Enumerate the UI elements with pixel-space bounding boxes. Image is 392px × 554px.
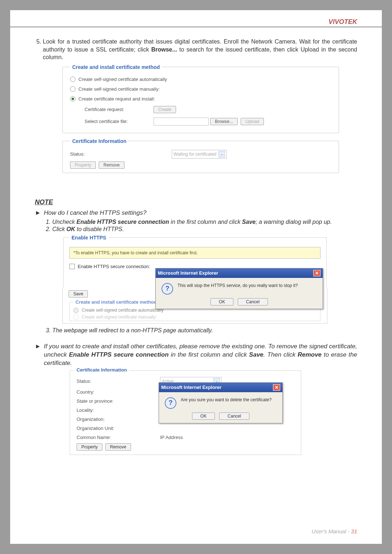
ci-country-label: Country:: [77, 389, 160, 395]
radio-icon[interactable]: [70, 96, 75, 102]
remove-button[interactable]: Remove: [99, 161, 124, 169]
ci-legend: Certificate Information: [74, 367, 129, 373]
q1-step3: The webpage will redirect to a non-HTTPS…: [52, 327, 357, 334]
ci-state-label: State or province:: [77, 398, 160, 404]
radio-icon[interactable]: [70, 86, 75, 92]
radio-request-label: Create certificate request and install:: [78, 96, 155, 102]
status-select[interactable]: Waiting for certificated ⌄: [172, 150, 227, 159]
status-label: Status:: [70, 151, 172, 157]
page-number: 31: [351, 528, 357, 534]
fs2-legend: Certificate Information: [70, 138, 128, 144]
close-icon[interactable]: ✕: [273, 384, 280, 391]
q1-step2: Click OK to disable HTTPS.: [52, 226, 357, 233]
question-1: How do I cancel the HTTPS settings?: [44, 209, 147, 217]
remove-button[interactable]: Remove: [105, 443, 131, 451]
notice-box: *To enable HTTPS, you have to create and…: [69, 247, 320, 259]
close-icon[interactable]: ✕: [313, 270, 320, 276]
enable-https-legend: Enable HTTPS: [69, 235, 109, 241]
fs1-legend: Create and install certificate method: [70, 64, 162, 70]
file-input[interactable]: [154, 118, 209, 126]
enable-https-checkbox[interactable]: [69, 264, 75, 269]
q1-step1: Uncheck Enable HTTPS secure connection i…: [52, 219, 357, 225]
brand-header: VIVOTEK: [10, 10, 382, 26]
stop-https-dialog: Microsoft Internet Explorer ✕ ? This wil…: [155, 268, 323, 309]
ci-cn-value: IP Address: [160, 435, 183, 440]
create-button[interactable]: Create: [154, 106, 176, 113]
radio-icon: [73, 308, 79, 313]
page-footer: User's Manual - 31: [312, 528, 357, 534]
dialog-title: Microsoft Internet Explorer: [161, 385, 221, 390]
property-button[interactable]: Property: [77, 443, 102, 451]
cancel-button[interactable]: Cancel: [219, 413, 249, 420]
delete-cert-dialog: Microsoft Internet Explorer ✕ ? Are you …: [159, 382, 283, 423]
question-icon: ?: [162, 283, 173, 295]
question-icon: ?: [165, 397, 176, 409]
sc-opt1: Create self-signed certificate automatic…: [82, 308, 163, 313]
chevron-down-icon[interactable]: ⌄: [219, 151, 225, 157]
browse-button[interactable]: Browse...: [210, 118, 238, 125]
radio-icon[interactable]: [70, 77, 75, 82]
ci-locality-label: Locality:: [77, 407, 160, 413]
note-heading: NOTE: [35, 198, 357, 206]
dialog-message: Are you sure you want to delete the cert…: [181, 397, 271, 402]
radio-auto[interactable]: Create self-signed certificate automatic…: [70, 74, 331, 84]
browse-ref: Browse...: [151, 46, 177, 53]
upload-button[interactable]: Upload: [241, 118, 264, 125]
radio-manual[interactable]: Create self-signed certificate manually:: [70, 84, 331, 94]
cert-request-label: Certificate request:: [85, 107, 154, 112]
step-5: Look for a trusted certificate authority…: [43, 38, 357, 61]
ok-button[interactable]: OK: [211, 298, 233, 305]
radio-request[interactable]: Create certificate request and install:: [70, 94, 331, 104]
sc-opt2: Create self-signed certificate manually:: [82, 315, 157, 320]
enable-https-label: Enable HTTPS secure connection:: [78, 264, 150, 269]
cert-info-box: Certificate Information Status: Waiting …: [62, 138, 339, 173]
sc-method-legend: Create and install certificate method: [73, 299, 159, 305]
ci-org-label: Organization:: [77, 416, 160, 422]
property-button[interactable]: Property: [70, 161, 96, 169]
select-file-label: Select certificate file:: [85, 119, 154, 124]
save-button[interactable]: Save: [69, 290, 88, 297]
radio-icon: [73, 315, 79, 320]
ci-status-label: Status:: [77, 378, 160, 384]
radio-auto-label: Create self-signed certificate automatic…: [78, 77, 167, 82]
ok-button[interactable]: OK: [192, 413, 215, 420]
cancel-button[interactable]: Cancel: [238, 298, 268, 305]
question-2: If you want to create and install other …: [44, 342, 357, 368]
triangle-icon: ►: [35, 342, 41, 368]
status-value: Waiting for certificated: [173, 152, 216, 157]
triangle-icon: ►: [35, 209, 41, 217]
dialog-message: This will stop the HTTPS service, do you…: [177, 283, 298, 288]
create-install-method-box: Create and install certificate method Cr…: [62, 64, 339, 133]
ci-orgunit-label: Organization Unit:: [77, 426, 160, 431]
radio-manual-label: Create self-signed certificate manually:: [78, 86, 160, 92]
dialog-title: Microsoft Internet Explorer: [158, 270, 218, 276]
ci-cn-label: Common Name:: [77, 435, 160, 440]
